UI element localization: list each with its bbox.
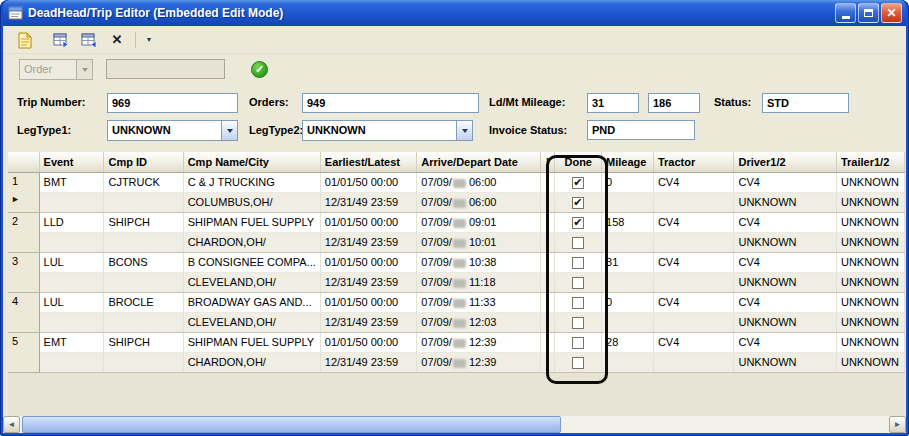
cell-trailer2[interactable]: UNKNOWN (836, 272, 904, 292)
cell-flag[interactable] (540, 212, 555, 232)
cell-latest[interactable]: 12/31/49 23:59 (320, 192, 416, 212)
done-checkbox-depart[interactable] (572, 357, 584, 369)
cell-mileage[interactable]: 158 (602, 212, 654, 232)
cell-tractor[interactable]: CV4 (653, 332, 734, 352)
invoice-status-field[interactable]: PND (587, 120, 695, 140)
column-header-driver1-2[interactable]: Driver1/2 (734, 152, 837, 172)
horizontal-scrollbar[interactable]: ◄ ► (3, 416, 906, 433)
trip-number-field[interactable]: 969 (107, 93, 238, 113)
cell-tractor-blank[interactable] (653, 272, 734, 292)
cell-cmp-id-blank[interactable] (104, 352, 183, 372)
orders-field[interactable]: 949 (302, 93, 479, 113)
scroll-right-button[interactable]: ► (889, 416, 906, 433)
cell-arrive-date[interactable]: 07/09/09:01 (417, 212, 540, 232)
legtype1-dropdown-button[interactable] (221, 121, 237, 140)
cell-trailer2[interactable]: UNKNOWN (836, 352, 904, 372)
cell-earliest[interactable]: 01/01/50 00:00 (320, 292, 416, 312)
new-document-button[interactable] (13, 28, 37, 51)
cell-event-blank[interactable] (39, 232, 104, 252)
done-checkbox-arrive[interactable] (572, 177, 584, 189)
cell-cmp-id[interactable]: SHIPCH (104, 212, 183, 232)
cell-flag[interactable] (540, 292, 555, 312)
mt-mileage-field[interactable]: 186 (648, 93, 700, 113)
cell-trailer1[interactable]: UNKNOWN (836, 172, 904, 192)
cell-city[interactable]: CLEVELAND,OH/ (183, 312, 320, 332)
cell-driver2[interactable]: UNKNOWN (734, 192, 837, 212)
cell-flag[interactable] (540, 332, 555, 352)
cell-tractor-blank[interactable] (653, 312, 734, 332)
cell-flag-blank[interactable] (540, 312, 555, 332)
cell-flag[interactable] (540, 172, 555, 192)
cell-trailer2[interactable]: UNKNOWN (836, 312, 904, 332)
ld-mileage-field[interactable]: 31 (587, 93, 639, 113)
column-header-mileage[interactable]: Mileage (602, 152, 654, 172)
done-checkbox-arrive[interactable] (572, 337, 584, 349)
cell-cmp-id[interactable]: CJTRUCK (104, 172, 183, 192)
status-field[interactable]: STD (762, 93, 849, 113)
cell-mileage-blank[interactable] (602, 272, 654, 292)
cell-cmp-id[interactable]: BCONS (104, 252, 183, 272)
done-checkbox-depart[interactable] (572, 317, 584, 329)
cell-driver1[interactable]: CV4 (734, 212, 837, 232)
cell-latest[interactable]: 12/31/49 23:59 (320, 352, 416, 372)
cell-event-blank[interactable] (39, 312, 104, 332)
cell-event-blank[interactable] (39, 192, 104, 212)
cell-driver2[interactable]: UNKNOWN (734, 232, 837, 252)
cell-cmp-id-blank[interactable] (104, 272, 183, 292)
cell-driver2[interactable]: UNKNOWN (734, 272, 837, 292)
cell-cmp-name[interactable]: SHIPMAN FUEL SUPPLY (183, 332, 320, 352)
column-header-cmp-name-city[interactable]: Cmp Name/City (183, 152, 320, 172)
cell-mileage-blank[interactable] (602, 192, 654, 212)
cell-mileage-blank[interactable] (602, 232, 654, 252)
cell-mileage[interactable]: 0 (602, 292, 654, 312)
cell-cmp-id-blank[interactable] (104, 232, 183, 252)
done-checkbox-arrive[interactable] (572, 297, 584, 309)
done-checkbox-depart[interactable] (572, 277, 584, 289)
cell-tractor[interactable]: CV4 (653, 292, 734, 312)
cell-tractor-blank[interactable] (653, 232, 734, 252)
cell-mileage-blank[interactable] (602, 312, 654, 332)
cell-event-blank[interactable] (39, 352, 104, 372)
cell-flag[interactable] (540, 252, 555, 272)
column-header-done[interactable]: Done (555, 152, 602, 172)
cell-earliest[interactable]: 01/01/50 00:00 (320, 172, 416, 192)
close-button[interactable]: ✕ (881, 3, 902, 23)
cell-city[interactable]: COLUMBUS,OH/ (183, 192, 320, 212)
cell-earliest[interactable]: 01/01/50 00:00 (320, 332, 416, 352)
insert-row-after-button[interactable] (77, 28, 101, 51)
cell-event-blank[interactable] (39, 272, 104, 292)
row-header-1[interactable]: 1► (8, 172, 39, 212)
cell-depart-date[interactable]: 07/09/11:18 (417, 272, 540, 292)
cell-cmp-name[interactable]: BROADWAY GAS AND... (183, 292, 320, 312)
cell-event[interactable]: EMT (39, 332, 104, 352)
cell-mileage[interactable]: 31 (602, 252, 654, 272)
cell-cmp-id-blank[interactable] (104, 192, 183, 212)
cell-depart-date[interactable]: 07/09/12:39 (417, 352, 540, 372)
cell-depart-date[interactable]: 07/09/12:03 (417, 312, 540, 332)
cell-arrive-date[interactable]: 07/09/06:00 (417, 172, 540, 192)
cell-earliest[interactable]: 01/01/50 00:00 (320, 212, 416, 232)
cell-mileage[interactable]: 28 (602, 332, 654, 352)
cell-depart-date[interactable]: 07/09/10:01 (417, 232, 540, 252)
cell-cmp-name[interactable]: C & J TRUCKING (183, 172, 320, 192)
cell-flag-blank[interactable] (540, 192, 555, 212)
cell-event[interactable]: LUL (39, 252, 104, 272)
cell-city[interactable]: CHARDON,OH/ (183, 232, 320, 252)
cell-latest[interactable]: 12/31/49 23:59 (320, 312, 416, 332)
cell-driver1[interactable]: CV4 (734, 332, 837, 352)
row-header-4[interactable]: 4 (8, 292, 39, 332)
cell-cmp-name[interactable]: SHIPMAN FUEL SUPPLY (183, 212, 320, 232)
cell-event[interactable]: LUL (39, 292, 104, 312)
cell-city[interactable]: CLEVELAND,OH/ (183, 272, 320, 292)
cell-city[interactable]: CHARDON,OH/ (183, 352, 320, 372)
cell-event[interactable]: BMT (39, 172, 104, 192)
cell-flag-blank[interactable] (540, 272, 555, 292)
cell-arrive-date[interactable]: 07/09/11:33 (417, 292, 540, 312)
cell-trailer1[interactable]: UNKNOWN (836, 292, 904, 312)
done-checkbox-arrive[interactable] (572, 257, 584, 269)
legtype1-combo[interactable]: UNKNOWN (107, 120, 238, 141)
cell-flag-blank[interactable] (540, 232, 555, 252)
cell-driver1[interactable]: CV4 (734, 252, 837, 272)
cell-cmp-id[interactable]: SHIPCH (104, 332, 183, 352)
done-checkbox-depart[interactable] (572, 237, 584, 249)
